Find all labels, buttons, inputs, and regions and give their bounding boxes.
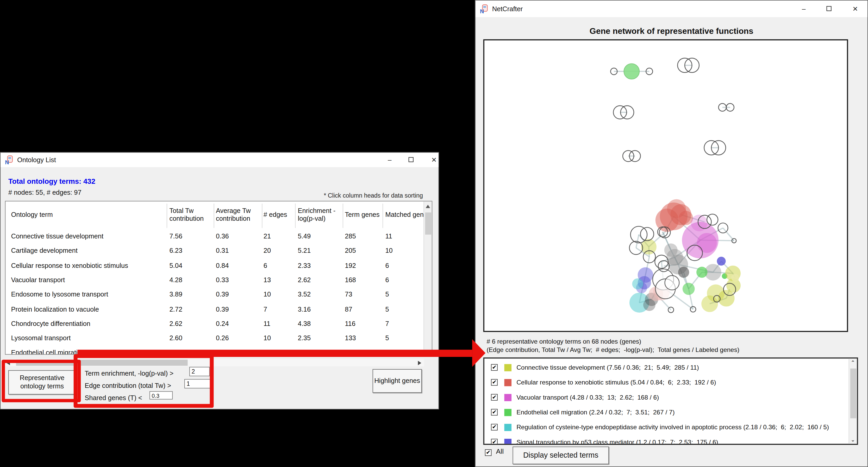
term-label: Regulation of cysteine-type endopeptidas…	[517, 420, 829, 434]
scrollbar-thumb[interactable]	[425, 212, 431, 235]
column-header-enrichment[interactable]: Enrichment -log(p-val)	[298, 201, 341, 229]
term-checkbox[interactable]: ✔	[491, 424, 498, 430]
table-vertical-scrollbar[interactable]	[424, 201, 432, 354]
term-label: Connective tissue development (7.56 / 0.…	[517, 360, 699, 375]
term-checkbox[interactable]: ✔	[491, 394, 498, 400]
table-cell: 73	[345, 288, 352, 302]
scroll-down-icon[interactable]: ⌄	[851, 437, 855, 442]
minimize-button[interactable]: –	[797, 1, 811, 15]
legend-row[interactable]: ✔Connective tissue development (7.56 / 0…	[485, 360, 848, 375]
legend-row[interactable]: ✔Vacuolar transport (4.28 / 0.33; 13; 2.…	[485, 390, 848, 404]
annotation-box-representative-button	[2, 360, 81, 402]
network-node[interactable]	[678, 267, 689, 278]
all-checkbox-label: All	[496, 448, 504, 456]
network-node[interactable]	[665, 276, 679, 290]
maximize-button[interactable]	[822, 1, 836, 15]
table-row[interactable]: Protein localization to vacuole2.720.397…	[5, 302, 423, 316]
legend-row[interactable]: ✔Signal transduction by p53 class mediat…	[485, 435, 848, 445]
legend-scrollbar[interactable]: ⌃ ⌄	[849, 359, 857, 443]
table-row[interactable]: Cartilage development6.230.31205.2120510	[5, 244, 423, 258]
scrollbar-thumb[interactable]	[850, 369, 856, 418]
network-node[interactable]	[731, 274, 739, 282]
network-node[interactable]	[701, 296, 718, 312]
term-checkbox[interactable]: ✔	[491, 379, 498, 386]
table-row[interactable]: Vacuolar transport4.280.33132.621686	[5, 273, 423, 287]
network-node[interactable]	[718, 223, 728, 233]
table-row[interactable]: Connective tissue development7.560.36215…	[5, 229, 423, 243]
table-cell: 205	[345, 244, 356, 258]
network-node[interactable]	[632, 278, 643, 290]
table-cell: 7	[385, 316, 389, 331]
display-selected-terms-button[interactable]: Display selected terms	[513, 446, 609, 464]
table-row[interactable]: Cellular response to xenobiotic stimulus…	[5, 258, 423, 272]
term-color-swatch	[504, 439, 512, 445]
table-cell: Endothelial cell migration	[11, 345, 85, 355]
ontology-table: Ontology term Total Tw contribution Aver…	[5, 201, 432, 355]
gene-network-graph[interactable]	[485, 40, 847, 331]
close-button[interactable]: ✕	[427, 153, 441, 167]
column-header-edges[interactable]: # edges	[264, 201, 294, 229]
table-row[interactable]: Chondrocyte differentiation2.620.24114.3…	[5, 316, 423, 331]
table-body: Connective tissue development7.560.36215…	[5, 229, 423, 354]
table-cell: 0.33	[216, 273, 229, 287]
network-node[interactable]	[683, 283, 695, 295]
table-cell: Connective tissue development	[11, 229, 103, 243]
minimize-button[interactable]: –	[382, 153, 397, 167]
table-row[interactable]: Endosome to lysosome transport3.890.3910…	[5, 288, 423, 302]
table-cell: Protein localization to vacuole	[11, 302, 99, 316]
netcrafter-titlebar[interactable]: N NetCrafter – ✕	[475, 1, 867, 17]
column-header-ontology-term[interactable]: Ontology term	[11, 201, 161, 229]
network-node[interactable]	[707, 214, 718, 226]
network-node[interactable]	[667, 199, 686, 218]
network-node[interactable]	[624, 64, 640, 79]
scroll-up-icon[interactable]: ⌃	[851, 360, 855, 365]
table-cell: 6	[264, 258, 267, 272]
scroll-right-icon[interactable]	[418, 361, 422, 365]
total-ontology-terms: Total ontology terms: 432	[8, 177, 95, 185]
legend-row[interactable]: ✔Regulation of cysteine-type endopeptida…	[485, 420, 848, 434]
term-checkbox[interactable]: ✔	[491, 409, 498, 415]
term-label: Cellular response to xenobiotic stimulus…	[517, 375, 716, 390]
table-cell: 5	[385, 288, 389, 302]
term-checkbox[interactable]: ✔	[491, 364, 498, 371]
highlight-genes-button[interactable]: Highlight genes	[373, 369, 422, 393]
table-cell: 116	[345, 316, 355, 331]
table-cell: Cartilage development	[11, 244, 78, 258]
table-cell: 7	[264, 302, 267, 316]
network-node[interactable]	[717, 257, 726, 266]
legend-row[interactable]: ✔Endothelial cell migration (2.24 / 0.32…	[485, 405, 848, 420]
table-cell: 11	[264, 316, 271, 331]
network-node[interactable]	[643, 299, 655, 311]
table-cell: 10	[264, 288, 271, 302]
window-title: Ontology List	[17, 153, 56, 167]
column-header-matched-genes[interactable]: Matched genes	[385, 201, 424, 229]
table-cell: 285	[345, 229, 356, 243]
table-cell: 10	[264, 331, 271, 345]
term-label: Signal transduction by p53 class mediato…	[517, 435, 718, 445]
scroll-up-icon[interactable]	[426, 205, 430, 208]
table-cell: 21	[264, 229, 271, 243]
table-cell: 2.60	[169, 331, 182, 345]
maximize-button[interactable]	[404, 153, 418, 167]
network-node[interactable]	[696, 267, 708, 278]
maximize-icon	[827, 6, 832, 11]
close-button[interactable]: ✕	[848, 1, 862, 15]
term-color-swatch	[504, 364, 512, 371]
maximize-icon	[409, 157, 413, 162]
table-cell: Cellular response to xenobiotic stimulus	[11, 258, 128, 272]
all-checkbox[interactable]: ✔	[485, 449, 492, 456]
network-node[interactable]	[697, 233, 717, 253]
legend-row[interactable]: ✔Cellular response to xenobiotic stimulu…	[485, 375, 848, 390]
table-row[interactable]: Lysosomal transport2.600.26102.351335	[5, 331, 423, 345]
column-header-average-tw[interactable]: Average Tw contribution	[216, 201, 260, 229]
table-cell: 0.84	[216, 258, 229, 272]
column-header-term-genes[interactable]: Term genes	[345, 201, 381, 229]
table-cell: 87	[345, 302, 352, 316]
window-title: NetCrafter	[492, 1, 523, 17]
ontology-list-titlebar[interactable]: N Ontology List – ✕	[1, 153, 438, 167]
term-checkbox[interactable]: ✔	[491, 439, 498, 445]
table-cell: 0.26	[216, 331, 229, 345]
column-header-total-tw[interactable]: Total Tw contribution	[169, 201, 212, 229]
table-cell: 5	[385, 302, 389, 316]
gene-network-panel	[483, 39, 848, 332]
